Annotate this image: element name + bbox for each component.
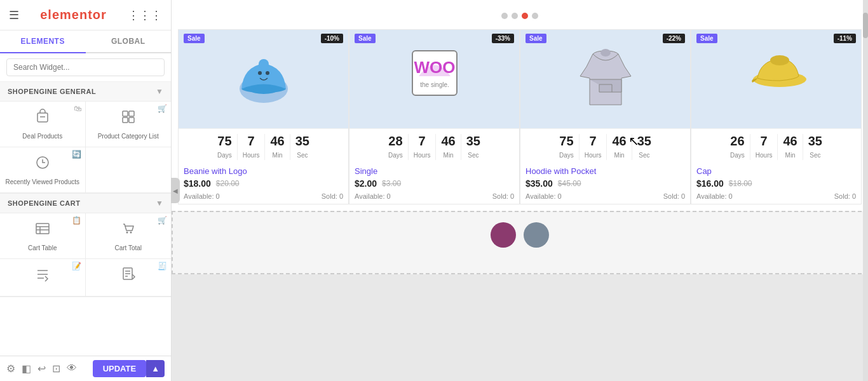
product-availability-3: Available: 0 Sold: 0 (520, 191, 690, 204)
widget-cart-4[interactable]: 🧾 (86, 259, 172, 297)
widget-deal-products[interactable]: 🛍 Deal Products (0, 102, 86, 147)
dot-4[interactable] (532, 13, 538, 19)
product-name-1[interactable]: Beanie with Logo (179, 163, 348, 177)
collapse-sidebar-handle[interactable]: ◀ (171, 178, 180, 203)
settings-icon[interactable]: ⚙ (6, 363, 15, 375)
svg-point-23 (258, 71, 262, 75)
dot-3[interactable] (522, 13, 528, 19)
widget-recently-viewed[interactable]: 🔄 Recently Viewed Products (0, 147, 86, 193)
undo-icon[interactable]: ↩ (37, 363, 46, 375)
update-button[interactable]: UPDATE (93, 360, 146, 377)
svg-rect-7 (36, 224, 49, 234)
price-current-4: $16.00 (696, 178, 724, 189)
available-label-3: Available: 0 (526, 192, 562, 200)
widget-corner-icon: 🛒 (158, 216, 167, 225)
history-icon[interactable]: ⊡ (52, 363, 60, 375)
widget-corner-icon: 🧾 (158, 262, 167, 271)
shopengine-general-header[interactable]: SHOPENGINE GENERAL ▼ (0, 82, 171, 102)
product-name-3[interactable]: Hoodie with Pocket (520, 163, 690, 177)
countdown-sec-4: 35 Sec (803, 134, 827, 160)
hamburger-icon[interactable]: ☰ (9, 8, 19, 22)
product-card-4: Sale -11% 26 Days (691, 29, 862, 204)
update-arrow-button[interactable]: ▲ (146, 360, 165, 377)
shopengine-cart-title: SHOPENGINE CART (8, 199, 80, 207)
dot-1[interactable] (501, 13, 508, 19)
cart-icon-3 (34, 265, 51, 287)
hours-label-4: Hours (756, 152, 773, 159)
product-availability-1: Available: 0 Sold: 0 (179, 191, 348, 204)
days-num-2: 28 (388, 134, 403, 149)
countdown-hours-4: 7 Hours (750, 134, 778, 160)
sec-label-3: Sec (639, 152, 649, 159)
days-num-1: 75 (217, 134, 232, 149)
hours-label-3: Hours (585, 152, 602, 159)
svg-rect-2 (123, 111, 128, 116)
scrollbar[interactable] (863, 0, 868, 381)
grid-icon[interactable]: ⋮⋮⋮ (128, 8, 162, 22)
badge-discount-2: -33% (492, 34, 514, 43)
sidebar-footer: ⚙ ◧ ↩ ⊡ 👁 UPDATE ▲ (0, 356, 171, 381)
tab-elements[interactable]: ELEMENTS (0, 30, 86, 53)
countdown-min-4: 46 Min (778, 134, 803, 160)
sold-label-3: Sold: 0 (663, 192, 685, 200)
sidebar-header: ☰ elementor ⋮⋮⋮ (0, 0, 171, 30)
cart-icon-4 (119, 265, 137, 287)
badge-sale-2: Sale (355, 34, 376, 43)
cart-total-icon (119, 220, 137, 241)
days-label-4: Days (730, 152, 745, 159)
product-card-1: Sale -10% (178, 29, 349, 204)
scrollbar-thumb[interactable] (863, 13, 868, 38)
sidebar-logo: elementor (40, 8, 107, 22)
eye-icon[interactable]: 👁 (67, 363, 77, 375)
min-num-2: 46 (441, 134, 455, 149)
product-name-2[interactable]: Single (349, 163, 519, 177)
widget-cart-3[interactable]: 📝 (0, 259, 86, 297)
countdown-min-1: 46 Min (265, 134, 290, 160)
countdown-days-2: 28 Days (383, 134, 409, 160)
widget-cart-total[interactable]: 🛒 Cart Total (86, 213, 172, 259)
countdown-days-4: 26 Days (725, 134, 750, 160)
deal-products-label: Deal Products (22, 132, 62, 140)
footer-icons: ⚙ ◧ ↩ ⊡ 👁 (6, 363, 77, 375)
shopengine-cart-header[interactable]: SHOPENGINE CART ▼ (0, 194, 171, 213)
price-old-1: $20.00 (216, 179, 240, 188)
countdown-sec-3: 35 Sec (632, 134, 656, 160)
svg-text:WOO: WOO (414, 58, 455, 77)
svg-rect-0 (37, 113, 48, 122)
product-prices-2: $2.00 $3.00 (349, 177, 519, 191)
product-card-3: Sale -22% 75 Days (520, 29, 691, 204)
price-current-2: $2.00 (355, 178, 377, 189)
available-label-2: Available: 0 (355, 192, 391, 200)
tab-global[interactable]: GLOBAL (86, 30, 172, 52)
cart-table-label: Cart Table (28, 244, 57, 252)
product-category-label: Product Category List (98, 132, 159, 140)
bottom-section (173, 212, 867, 258)
widget-product-category-list[interactable]: 🛒 Product Category List (86, 102, 172, 147)
sec-label-2: Sec (468, 152, 478, 159)
svg-rect-4 (123, 117, 128, 123)
badge-row-3: Sale -22% (520, 30, 690, 47)
shopengine-general-title: SHOPENGINE GENERAL (8, 88, 96, 95)
days-label-2: Days (388, 152, 403, 159)
avatar-2 (524, 222, 549, 248)
dot-2[interactable] (512, 13, 518, 19)
badge-sale-1: Sale (184, 34, 205, 43)
carousel-dots (178, 13, 862, 19)
search-input[interactable] (6, 58, 165, 76)
product-name-4[interactable]: Cap (691, 163, 861, 177)
svg-point-24 (266, 71, 269, 75)
min-label-1: Min (273, 152, 283, 159)
countdown-1: 75 Days 7 Hours 46 Min 35 Sec (179, 128, 348, 163)
product-prices-4: $16.00 $18.00 (691, 177, 861, 191)
widget-cart-table[interactable]: 📋 Cart Table (0, 213, 86, 259)
countdown-min-2: 46 Min (436, 134, 461, 160)
countdown-sec-1: 35 Sec (290, 134, 315, 160)
price-old-3: $45.00 (558, 179, 581, 188)
badge-sale-4: Sale (696, 34, 717, 43)
countdown-hours-3: 7 Hours (580, 134, 607, 160)
layers-icon[interactable]: ◧ (22, 363, 31, 375)
min-num-3: 46 (612, 134, 626, 149)
countdown-sec-2: 35 Sec (461, 134, 485, 160)
available-label-1: Available: 0 (184, 192, 220, 200)
svg-text:the single.: the single. (420, 81, 449, 88)
